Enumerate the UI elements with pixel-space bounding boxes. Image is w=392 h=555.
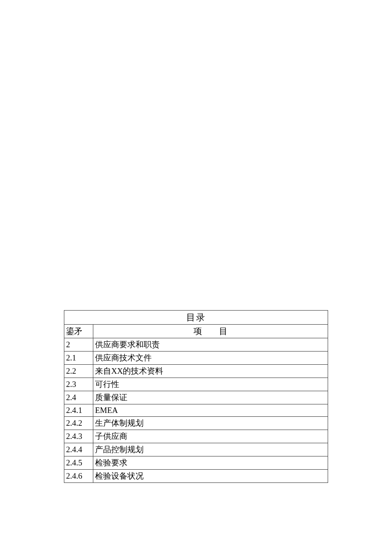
table-row: 2.4.6 检验设备状况 <box>64 470 328 483</box>
row-item: 生产体制规划 <box>93 417 328 430</box>
table-row: 2 供应商要求和职责 <box>64 338 328 352</box>
header-col2: 项 目 <box>93 325 328 338</box>
table-row: 2.2 来自XX的技术资料 <box>64 365 328 378</box>
row-num: 2.3 <box>64 378 93 391</box>
row-num: 2 <box>64 338 93 352</box>
row-num: 2.4.4 <box>64 443 93 456</box>
row-num: 2.1 <box>64 352 93 365</box>
header-col1: 鎏矛 <box>64 325 93 338</box>
row-item: 产品控制规划 <box>93 443 328 456</box>
row-num: 2.4 <box>64 391 93 404</box>
row-num: 2.4.3 <box>64 430 93 443</box>
toc-table-container: 目录 鎏矛 项 目 2 供应商要求和职责 2.1 供应商技术文件 2.2 来自X… <box>64 310 328 483</box>
row-item: 供应商技术文件 <box>93 352 328 365</box>
table-row: 2.4.3 子供应商 <box>64 430 328 443</box>
table-row: 2.4 质量保证 <box>64 391 328 404</box>
row-item: 来自XX的技术资料 <box>93 365 328 378</box>
row-num: 2.4.5 <box>64 456 93 470</box>
table-row: 2.1 供应商技术文件 <box>64 352 328 365</box>
table-row: 2.3 可行性 <box>64 378 328 391</box>
row-item: 子供应商 <box>93 430 328 443</box>
table-title: 目录 <box>64 311 328 325</box>
row-item: 可行性 <box>93 378 328 391</box>
table-row: 2.4.2 生产体制规划 <box>64 417 328 430</box>
table-row: 2.4.5 检验要求 <box>64 456 328 470</box>
row-num: 2.4.2 <box>64 417 93 430</box>
table-row: 2.4.1 EMEA <box>64 404 328 417</box>
row-item: 检验设备状况 <box>93 470 328 483</box>
row-item: 质量保证 <box>93 391 328 404</box>
row-item: 检验要求 <box>93 456 328 470</box>
toc-table: 目录 鎏矛 项 目 2 供应商要求和职责 2.1 供应商技术文件 2.2 来自X… <box>64 310 328 483</box>
table-row: 2.4.4 产品控制规划 <box>64 443 328 456</box>
table-header-row: 鎏矛 项 目 <box>64 325 328 338</box>
table-title-row: 目录 <box>64 311 328 325</box>
row-num: 2.2 <box>64 365 93 378</box>
row-num: 2.4.6 <box>64 470 93 483</box>
row-item: EMEA <box>93 404 328 417</box>
row-item: 供应商要求和职责 <box>93 338 328 352</box>
row-num: 2.4.1 <box>64 404 93 417</box>
